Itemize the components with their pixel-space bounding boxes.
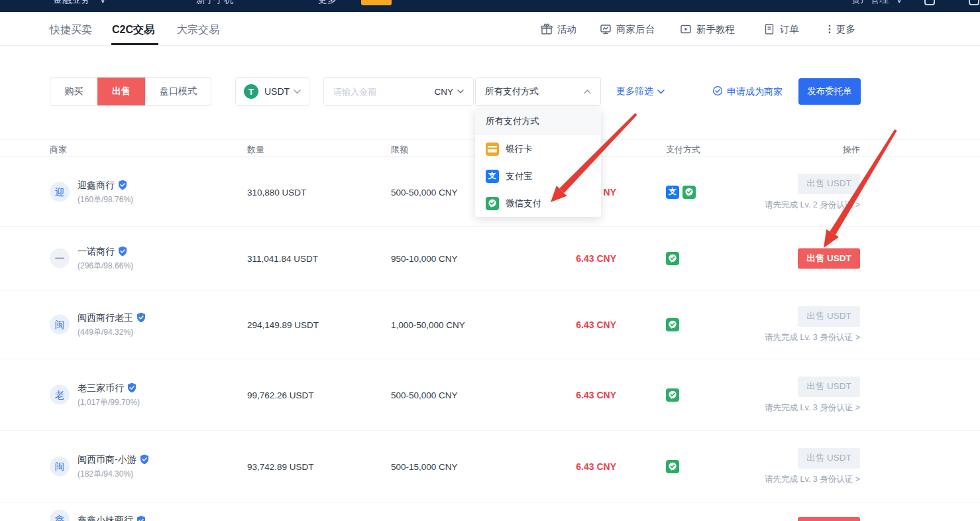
verified-badge-icon [127,383,136,393]
verified-badge-icon [136,516,146,521]
sell-usdt-button[interactable]: 出售 USDT [798,517,860,521]
merchant-name[interactable]: 鑫鑫小妹商行 [78,514,133,521]
orderbook-mode-option[interactable]: 盘口模式 [145,78,211,105]
merchant-name[interactable]: 迎鑫商行 [78,179,115,191]
bank-card-icon [486,143,499,156]
avatar: 迎 [50,182,70,202]
price-cell: 6.43 CNY [576,253,616,264]
sell-usdt-button[interactable]: 出售 USDT [798,174,860,194]
sell-usdt-button[interactable]: 出售 USDT [798,306,860,327]
amount-cell: 311,041.84 USDT [247,253,318,263]
dropdown-option-label: 银行卡 [506,143,533,155]
nav-link-tutorial[interactable]: 新手教程 [680,21,735,37]
dropdown-option-wechat-pay[interactable]: 微信支付 [475,190,601,217]
sell-usdt-button[interactable]: 出售 USDT [798,248,860,268]
payment-cell [666,388,679,402]
dropdown-option-alipay[interactable]: 支 支付宝 [475,162,601,190]
col-action: 操作 [843,144,860,156]
more-filters-label: 更多筛选 [616,86,653,97]
post-ad-button[interactable]: 发布委托单 [798,78,861,105]
sell-usdt-button[interactable]: 出售 USDT [798,376,860,397]
wechat-pay-icon [666,388,679,402]
chevron-down-icon [657,89,665,94]
avatar: 闽 [50,457,70,477]
avatar: 一 [50,249,70,268]
merchant-name[interactable]: 一诺商行 [78,245,115,257]
topbar-item-beginner[interactable]: 新手手机 [196,0,233,6]
coin-select-value: USDT [264,86,290,97]
merchant-cell: 一 一诺商行 (296单/98.66%) [50,245,133,271]
amount-input[interactable] [333,78,419,105]
currency-select[interactable]: CNY [434,78,464,105]
topbar-item-finance[interactable]: 金融业务 [53,0,90,6]
nav-link-label: 新手教程 [696,23,735,36]
payment-method-dropdown: 所有支付方式 银行卡 支 支付宝 微信支付 [475,108,601,217]
nav-link-orders[interactable]: 订单 [763,21,799,37]
merchant-cell: 闽 闽西币商-小游 (182单/94.30%) [50,453,149,479]
apply-merchant-label: 申请成为商家 [727,86,783,98]
verify-level-link[interactable]: 请先完成 Lv. 3 身份认证 > [765,332,860,343]
wechat-pay-icon [666,460,679,473]
wechat-pay-icon [486,197,499,210]
document-icon [763,23,775,35]
limit-cell: 500-15,000 CNY [391,461,458,471]
badge-check-icon [712,86,723,98]
dropdown-option-all[interactable]: 所有支付方式 [475,108,601,135]
table-row: 老 老三家币行 (1,017单/99.70%) 99,762.26 USDT 5… [0,359,980,430]
active-tab-underline [111,43,158,45]
topbar-item-assets[interactable]: 资产管理 [851,0,889,6]
merchant-name[interactable]: 老三家币行 [78,382,124,394]
topbar-profile-icon[interactable] [969,0,979,5]
coin-select[interactable]: T USDT [235,77,309,106]
verify-level-link[interactable]: 请先完成 Lv. 3 身份认证 > [765,402,860,414]
merchant-stats: (296单/98.66%) [78,260,133,271]
more-filters-link[interactable]: 更多筛选 [616,86,665,97]
video-icon [680,23,692,35]
dropdown-option-bank-card[interactable]: 银行卡 [475,135,601,162]
payment-cell [666,252,679,265]
verify-level-link[interactable]: 请先完成 Lv. 3 身份认证 > [765,474,860,485]
limit-cell: 500-50,000 CNY [391,390,458,400]
dropdown-option-label: 支付宝 [506,170,533,182]
table-row: 闽 闽西币商-小游 (182单/94.30%) 93,742.89 USDT 5… [0,430,980,502]
tab-block-trade[interactable]: 大宗交易 [177,23,219,37]
gift-icon [541,23,553,35]
col-limit: 限额 [391,144,408,156]
merchant-cell: 闽 闽西商行老王 (449单/94.32%) [50,312,146,337]
currency-select-value: CNY [434,87,453,97]
sell-option[interactable]: 出售 [97,78,145,105]
nav-link-more[interactable]: 更多 [828,21,855,37]
alipay-icon: 支 [666,186,679,199]
nav-link-label: 商家后台 [616,23,655,36]
col-payment: 支付方式 [666,144,700,156]
amount-cell: 93,742.89 USDT [247,461,314,471]
sell-usdt-button[interactable]: 出售 USDT [798,448,860,469]
tether-icon: T [244,84,258,99]
alipay-icon: 支 [486,170,499,183]
amount-filter: CNY [323,77,474,106]
action-cell: 出售 USDT 请先完成 Lv. 3 身份认证 > [765,306,860,343]
apply-merchant-link[interactable]: 申请成为商家 [712,86,783,98]
merchant-name[interactable]: 闽西商行老王 [78,312,133,323]
trade-nav-bar: 快捷买卖 C2C交易 大宗交易 活动 商家后台 新手教程 订单 更多 [0,12,980,46]
nav-link-label: 更多 [836,23,855,36]
topbar-item-more[interactable]: 更多 [318,0,337,6]
merchant-stats: (449单/94.32%) [78,326,146,337]
tab-c2c-trade[interactable]: C2C交易 [112,23,154,37]
trade-side-switch: 购买 出售 盘口模式 [50,77,211,106]
verified-badge-icon [118,247,127,257]
table-row: 闽 闽西商行老王 (449单/94.32%) 294,149.89 USDT 1… [0,290,980,359]
nav-link-activities[interactable]: 活动 [541,21,576,37]
nav-link-merchant-console[interactable]: 商家后台 [600,21,655,37]
payment-method-select[interactable]: 所有支付方式 [475,77,601,106]
verify-level-link[interactable]: 请先完成 Lv. 2 身份认证 > [765,200,860,211]
verified-badge-icon [118,180,127,190]
nav-link-label: 活动 [557,23,576,36]
amount-cell: 310,880 USDT [247,187,306,197]
buy-option[interactable]: 购买 [50,78,97,105]
wechat-pay-icon [666,252,679,265]
dots-icon [828,23,832,35]
topbar-app-icon[interactable] [924,0,935,5]
tab-express-trade[interactable]: 快捷买卖 [50,23,92,37]
merchant-name[interactable]: 闽西币商-小游 [78,453,136,465]
